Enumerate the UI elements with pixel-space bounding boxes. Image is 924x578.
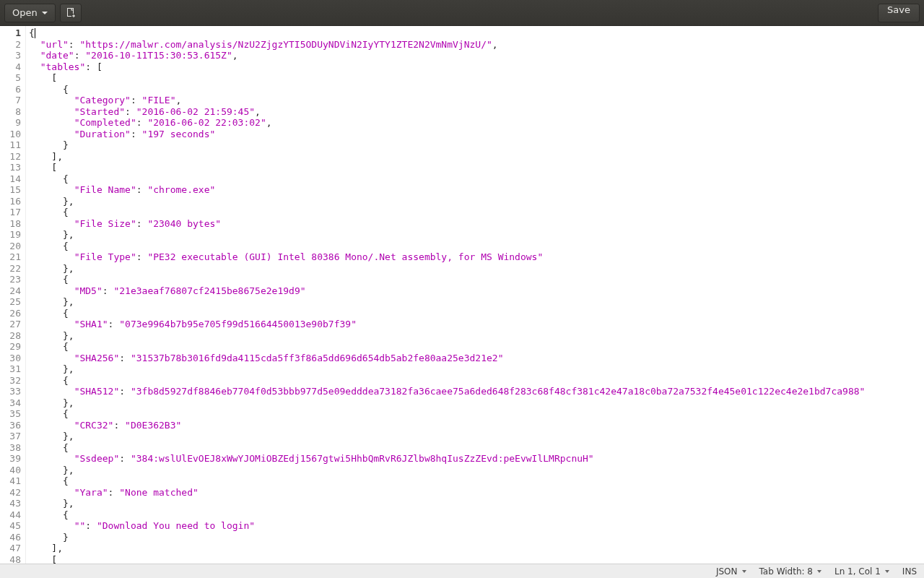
json-string: "PE32 executable (GUI) Intel 80386 Mono/… (147, 251, 543, 262)
json-punct: }, (29, 397, 74, 408)
json-punct (29, 184, 74, 195)
json-string: "197 seconds" (142, 129, 216, 139)
code-line: "File Size": "23040 bytes" (29, 218, 921, 230)
code-line: ], (29, 543, 921, 554)
chevron-down-icon (42, 12, 48, 14)
code-line: { (29, 475, 921, 487)
code-line: "date": "2016-10-11T15:30:53.615Z", (29, 50, 921, 61)
open-button[interactable]: Open (4, 4, 56, 22)
json-punct (29, 129, 74, 139)
code-line: "CRC32": "D0E362B3" (29, 420, 921, 431)
json-key: "" (74, 520, 86, 531)
line-number: 43 (0, 498, 21, 509)
json-string: "D0E362B3" (125, 420, 181, 431)
line-number: 14 (0, 173, 21, 185)
json-punct (29, 117, 74, 128)
code-line: { (29, 207, 921, 218)
line-number: 21 (0, 251, 21, 263)
json-punct: }, (29, 229, 74, 240)
line-number: 7 (0, 95, 21, 106)
code-area[interactable]: { "url": "https://malwr.com/analysis/NzU… (26, 26, 924, 564)
code-line: "SHA512": "3fb8d5927df8846eb7704f0d53bbb… (29, 386, 921, 397)
code-line: { (29, 509, 921, 521)
language-selector[interactable]: JSON (716, 566, 746, 577)
json-string: "2016-10-11T15:30:53.615Z" (85, 50, 232, 61)
json-punct: { (29, 27, 35, 38)
line-number: 34 (0, 397, 21, 409)
code-line: { (29, 84, 921, 95)
chevron-down-icon (885, 570, 889, 573)
json-punct: [ (29, 162, 57, 173)
json-punct: { (29, 173, 69, 184)
line-number: 20 (0, 241, 21, 252)
json-punct: : (119, 386, 131, 397)
cursor-position[interactable]: Ln 1, Col 1 (834, 566, 889, 577)
json-key: "SHA1" (74, 319, 108, 329)
tab-width-selector[interactable]: Tab Width: 8 (759, 566, 821, 577)
code-line: }, (29, 363, 921, 375)
json-punct: { (29, 442, 69, 453)
code-line: { (29, 27, 921, 39)
code-line: }, (29, 263, 921, 275)
chevron-down-icon (817, 570, 821, 573)
json-string: "21e3aeaf76807cf2415be8675e2e19d9" (113, 285, 305, 296)
json-punct (29, 95, 74, 105)
json-punct: : (131, 129, 142, 139)
line-number: 9 (0, 117, 21, 129)
line-number: 46 (0, 532, 21, 543)
code-line: "Ssdeep": "384:wslUlEvOEJ8xWwYJOMiOBZEdj… (29, 453, 921, 465)
json-key: "File Type" (74, 251, 136, 262)
json-punct (29, 319, 74, 329)
line-number: 32 (0, 375, 21, 387)
line-number: 1 (0, 27, 21, 39)
json-punct (29, 106, 74, 117)
json-key: "Yara" (74, 487, 108, 498)
json-punct: } (29, 139, 69, 150)
json-punct: { (29, 274, 69, 285)
json-punct (29, 487, 74, 498)
json-punct: }, (29, 363, 74, 374)
json-key: "SHA256" (74, 353, 120, 363)
code-line: { (29, 308, 921, 319)
code-line: "MD5": "21e3aeaf76807cf2415be8675e2e19d9… (29, 285, 921, 297)
json-punct (29, 520, 74, 531)
json-key: "File Name" (74, 184, 136, 195)
json-key: "Completed" (74, 117, 136, 128)
code-line: }, (29, 431, 921, 442)
json-punct (29, 386, 74, 397)
json-string: "23040 bytes" (147, 218, 221, 229)
line-number: 48 (0, 554, 21, 564)
json-punct: }, (29, 431, 74, 441)
new-document-button[interactable] (60, 4, 82, 22)
line-number: 39 (0, 453, 21, 465)
json-string: "3fb8d5927df8846eb7704f0d53bbb977d5e09ed… (131, 386, 865, 397)
line-number: 15 (0, 184, 21, 196)
code-line: "Category": "FILE", (29, 95, 921, 106)
text-cursor (35, 28, 35, 38)
code-line: "": "Download You need to login" (29, 520, 921, 532)
code-line: } (29, 532, 921, 543)
json-string: "2016-06-02 22:03:02" (147, 117, 266, 128)
json-string: "FILE" (142, 95, 176, 105)
line-number: 41 (0, 475, 21, 487)
line-number: 4 (0, 61, 21, 73)
json-punct: }, (29, 196, 74, 207)
json-string: "Download You need to login" (97, 520, 255, 531)
code-line: { (29, 408, 921, 420)
insert-mode[interactable]: INS (902, 566, 917, 577)
json-key: "Category" (74, 95, 131, 105)
line-number: 6 (0, 84, 21, 95)
line-number: 36 (0, 420, 21, 431)
code-line: { (29, 274, 921, 285)
json-punct: : (125, 106, 136, 117)
line-number: 27 (0, 319, 21, 330)
code-line: "Completed": "2016-06-02 22:03:02", (29, 117, 921, 129)
json-punct: : [ (85, 61, 102, 72)
chevron-down-icon (742, 570, 746, 573)
json-punct: { (29, 475, 69, 486)
json-key: "date" (40, 50, 74, 61)
save-button[interactable]: Save (878, 4, 920, 22)
code-line: "Duration": "197 seconds" (29, 129, 921, 140)
json-key: "MD5" (74, 285, 103, 296)
json-punct: { (29, 408, 69, 419)
